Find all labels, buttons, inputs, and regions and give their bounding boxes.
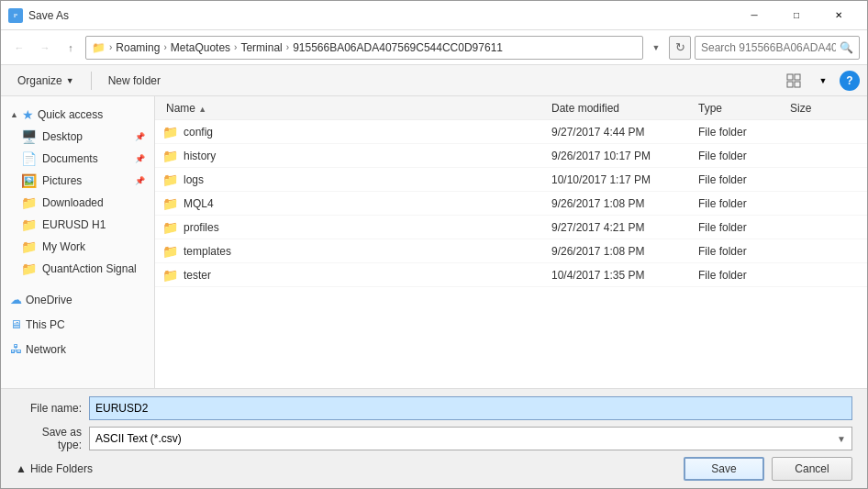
- star-icon: ★: [22, 107, 34, 122]
- view-toggle-button[interactable]: [781, 69, 807, 93]
- sidebar-item-quantaction[interactable]: 📁 QuantAction Signal: [1, 258, 154, 280]
- svg-rect-2: [795, 74, 800, 80]
- table-row[interactable]: 📁 tester 10/4/2017 1:35 PM File folder: [155, 263, 867, 287]
- onedrive-label: OneDrive: [26, 294, 72, 306]
- file-type: File folder: [695, 221, 786, 234]
- file-date: 10/10/2017 1:17 PM: [548, 173, 695, 186]
- pc-icon: 🖥: [10, 317, 22, 331]
- sidebar-item-eurusd[interactable]: 📁 EURUSD H1: [1, 214, 154, 236]
- up-button[interactable]: ↑: [60, 37, 82, 59]
- path-guid: 915566BA06ADA407569C544CC0D97611: [293, 41, 503, 54]
- save-button[interactable]: Save: [684, 457, 764, 481]
- saveastype-select[interactable]: ASCII Text (*.csv) ▼: [89, 427, 852, 450]
- table-row[interactable]: 📁 templates 9/26/2017 1:08 PM File folde…: [155, 239, 867, 263]
- sidebar-network-header[interactable]: 🖧 Network: [1, 335, 154, 360]
- file-name: profiles: [184, 221, 219, 234]
- file-date: 9/27/2017 4:21 PM: [548, 221, 695, 234]
- search-input[interactable]: [701, 41, 836, 54]
- back-button[interactable]: ←: [8, 37, 30, 59]
- sidebar-item-desktop[interactable]: 🖥️ Desktop 📌: [1, 126, 154, 148]
- dialog-icon: [8, 8, 23, 23]
- close-button[interactable]: ✕: [818, 1, 860, 30]
- folder-icon: 📁: [162, 220, 178, 235]
- file-name-cell: 📁 history: [162, 149, 548, 163]
- quantaction-folder-icon: 📁: [21, 261, 37, 276]
- desktop-folder-icon: 🖥️: [21, 129, 37, 144]
- sidebar-item-documents[interactable]: 📄 Documents 📌: [1, 148, 154, 170]
- path-terminal: Terminal: [240, 41, 282, 54]
- file-name-cell: 📁 tester: [162, 268, 548, 283]
- search-icon: 🔍: [840, 41, 853, 54]
- sidebar-quick-access-header[interactable]: ▲ ★ Quick access: [1, 100, 154, 126]
- sidebar-item-mywork[interactable]: 📁 My Work: [1, 236, 154, 258]
- file-name-cell: 📁 logs: [162, 172, 548, 187]
- file-date: 9/27/2017 4:44 PM: [548, 126, 695, 139]
- table-row[interactable]: 📁 MQL4 9/26/2017 1:08 PM File folder: [155, 192, 867, 216]
- file-rows-container: 📁 config 9/27/2017 4:44 PM File folder 📁…: [155, 120, 867, 287]
- forward-button[interactable]: →: [34, 37, 56, 59]
- file-list-header: Name ▲ Date modified Type Size: [155, 96, 867, 120]
- table-row[interactable]: 📁 profiles 9/27/2017 4:21 PM File folder: [155, 216, 867, 239]
- organize-chevron-icon: ▼: [66, 76, 74, 85]
- folder-icon: 📁: [162, 172, 178, 187]
- save-label: Save: [711, 462, 736, 475]
- cancel-label: Cancel: [795, 462, 829, 475]
- file-name: templates: [184, 245, 231, 258]
- minimize-button[interactable]: ─: [733, 1, 775, 30]
- pictures-folder-icon: 🖼️: [21, 173, 37, 188]
- toolbar-right: ▼ ?: [781, 69, 860, 93]
- search-box[interactable]: 🔍: [695, 36, 860, 60]
- help-button[interactable]: ?: [840, 71, 860, 91]
- refresh-button[interactable]: ↻: [669, 36, 691, 60]
- eurusd-label: EURUSD H1: [42, 218, 106, 231]
- col-type[interactable]: Type: [695, 102, 786, 115]
- table-row[interactable]: 📁 config 9/27/2017 4:44 PM File folder: [155, 120, 867, 144]
- new-folder-button[interactable]: New folder: [99, 69, 170, 93]
- cloud-icon: ☁: [10, 293, 22, 306]
- filename-label: File name:: [16, 402, 89, 415]
- documents-pin-icon: 📌: [135, 154, 145, 163]
- cancel-button[interactable]: Cancel: [772, 457, 852, 481]
- svg-rect-3: [787, 82, 793, 87]
- sort-arrow-icon: ▲: [198, 105, 206, 114]
- view-icon: [786, 73, 801, 88]
- toolbar-separator: [91, 72, 92, 90]
- sidebar-thispc-header[interactable]: 🖥 This PC: [1, 310, 154, 335]
- thispc-label: This PC: [26, 318, 65, 331]
- toolbar: Organize ▼ New folder ▼ ?: [1, 65, 867, 96]
- new-folder-label: New folder: [108, 74, 161, 87]
- col-name[interactable]: Name ▲: [162, 102, 548, 115]
- file-date: 10/4/2017 1:35 PM: [548, 269, 695, 282]
- sidebar-onedrive-header[interactable]: ☁ OneDrive: [1, 285, 154, 310]
- eurusd-folder-icon: 📁: [21, 217, 37, 232]
- table-row[interactable]: 📁 history 9/26/2017 10:17 PM File folder: [155, 144, 867, 168]
- filename-input[interactable]: [89, 396, 852, 420]
- hide-folders-button[interactable]: ▲ Hide Folders: [16, 462, 93, 475]
- main-content: ▲ ★ Quick access 🖥️ Desktop 📌 📄 Document…: [1, 96, 867, 388]
- folder-icon: 📁: [162, 244, 178, 259]
- file-type: File folder: [695, 197, 786, 210]
- maximize-button[interactable]: □: [775, 1, 818, 30]
- folder-icon: 📁: [162, 196, 178, 211]
- col-size[interactable]: Size: [786, 102, 860, 115]
- desktop-label: Desktop: [42, 130, 83, 143]
- table-row[interactable]: 📁 logs 10/10/2017 1:17 PM File folder: [155, 168, 867, 192]
- documents-folder-icon: 📄: [21, 151, 37, 166]
- address-path[interactable]: 📁 › Roaming › MetaQuotes › Terminal › 91…: [85, 36, 643, 60]
- path-dropdown-button[interactable]: ▼: [647, 36, 665, 60]
- svg-rect-0: [11, 12, 20, 19]
- col-date-modified[interactable]: Date modified: [548, 102, 695, 115]
- path-metaquotes: MetaQuotes: [171, 41, 230, 54]
- documents-label: Documents: [42, 152, 98, 165]
- view-dropdown-button[interactable]: ▼: [810, 69, 836, 93]
- path-folder-icon: 📁: [92, 41, 106, 54]
- sidebar-item-downloaded[interactable]: 📁 Downloaded: [1, 192, 154, 214]
- organize-button[interactable]: Organize ▼: [8, 69, 83, 93]
- desktop-pin-icon: 📌: [135, 132, 145, 141]
- file-type: File folder: [695, 269, 786, 282]
- file-name: history: [184, 150, 216, 162]
- organize-label: Organize: [17, 74, 62, 87]
- saveastype-label: Save as type:: [16, 426, 89, 451]
- saveastype-arrow-icon: ▼: [837, 434, 846, 444]
- sidebar-item-pictures[interactable]: 🖼️ Pictures 📌: [1, 170, 154, 192]
